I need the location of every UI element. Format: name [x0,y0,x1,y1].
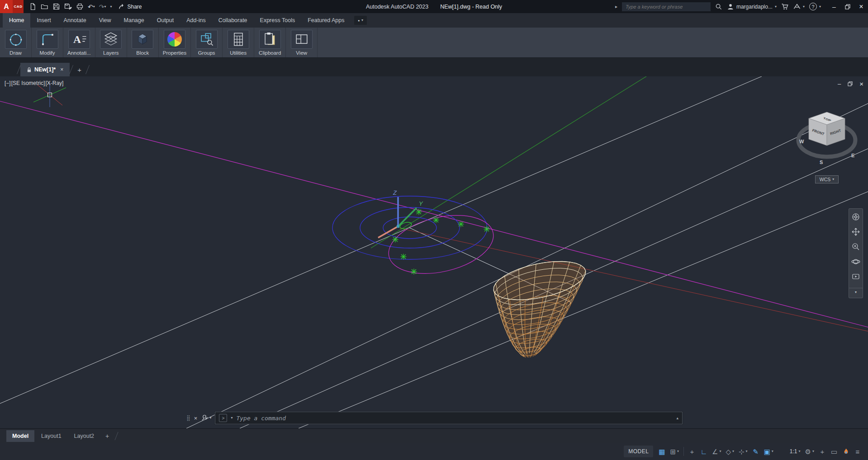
new-tab-button[interactable]: + [73,63,86,76]
new-file-button[interactable] [29,3,37,10]
model-space-indicator[interactable]: MODEL [624,446,653,457]
ribbon-tab-home[interactable]: Home [3,13,30,28]
compass-east-label[interactable]: E [851,153,854,158]
command-customize-button[interactable]: ▾ [201,414,211,422]
file-tab-start[interactable] [5,63,17,76]
search-input[interactable] [622,2,711,11]
open-file-button[interactable] [41,3,48,10]
ribbon-tab-addins[interactable]: Add-ins [180,13,212,28]
viewport-visual-style-control[interactable]: [X-Ray] [45,80,63,86]
workspace-switching-button[interactable]: ⚙ ▾ [803,446,816,457]
drawing-restore-button[interactable] [848,81,853,86]
ribbon-tab-manage[interactable]: Manage [118,13,151,28]
ortho-toggle[interactable]: ∟ [698,446,710,457]
restore-button[interactable] [841,0,854,13]
ribbon-tab-insert[interactable]: Insert [30,13,57,28]
command-input[interactable]: > ▾ Type a command ▴ [215,412,683,424]
viewport-menu-control[interactable]: [−] [5,80,11,86]
pan-icon[interactable] [851,227,860,236]
viewport-view-control[interactable]: [SE Isometric] [11,80,45,86]
app-store-cart-icon[interactable] [781,3,789,10]
snap-toggle[interactable]: ⊞ ▾ [668,446,681,457]
annotation-scale-button[interactable]: 1:1 ▾ [787,446,803,457]
osnap-marker-toggle[interactable]: ✎ [750,446,762,457]
ribbon-tab-featured-apps[interactable]: Featured Apps [301,13,351,28]
command-grip-icon[interactable]: ⣿ [186,415,190,421]
command-line-dock: ⣿ × ▾ > ▾ Type a command ▴ [186,411,683,425]
ribbon-panel-modify[interactable]: Modify [32,28,63,57]
isodraft-caret-icon[interactable]: ▾ [732,450,734,453]
layout-tab-layout2[interactable]: Layout2 [68,430,100,442]
application-menu-button[interactable]: A CAD [0,0,24,13]
plot-button[interactable] [76,3,84,10]
search-collapse-icon[interactable]: ▸ [615,5,617,9]
object-snap-tracking-toggle[interactable]: ⊹ ▾ [736,446,750,457]
ribbon-panel-block[interactable]: Block [127,28,159,57]
wcs-dropdown[interactable]: WCS ▾ [815,175,839,183]
undo-caret-icon[interactable]: ▾ [93,5,95,9]
polar-tracking-toggle[interactable]: ∠ ▾ [710,446,723,457]
ribbon-tab-collaborate[interactable]: Collaborate [212,13,254,28]
ribbon-panel-properties[interactable]: Properties [159,28,191,57]
otrack-caret-icon[interactable]: ▾ [746,450,748,453]
ribbon-panel-layers[interactable]: Layers [95,28,127,57]
ribbon-panel-utilities[interactable]: Utilities [223,28,254,57]
annotation-monitor-toggle[interactable]: + [816,446,828,457]
zoom-icon[interactable] [851,242,860,251]
ribbon-panel-groups[interactable]: Groups [191,28,223,57]
search-icon[interactable] [715,3,722,10]
ribbon-panel-view[interactable]: View [286,28,318,57]
command-history-icon[interactable]: ▴ [676,416,678,420]
infer-constraints-toggle[interactable]: + [686,446,698,457]
ribbon-tab-output[interactable]: Output [151,13,180,28]
drawing-minimize-button[interactable]: – [838,80,841,87]
drawing-canvas[interactable]: Z Y W S E TOP FRONT RIGHT [0,76,868,428]
autodesk-apps-button[interactable]: ▾ [793,3,805,10]
redo-caret-icon[interactable]: ▾ [104,5,106,9]
layout-tab-model[interactable]: Model [6,430,34,442]
osnap-caret-icon[interactable]: ▾ [772,450,773,453]
close-button[interactable]: × [854,0,868,13]
ribbon-panel-annotation[interactable]: A Annotati... [63,28,95,57]
new-layout-button[interactable]: + [101,430,114,442]
ribbon-tab-express-tools[interactable]: Express Tools [254,13,302,28]
navigation-wheel-icon[interactable] [851,212,860,221]
ribbon-panel-clipboard[interactable]: Clipboard [254,28,286,57]
save-button[interactable] [52,3,60,10]
quick-properties-toggle[interactable]: ▭ [828,446,840,457]
minimize-button[interactable]: – [827,0,841,13]
drawing-area[interactable]: Z Y W S E TOP FRONT RIGHT [−] [SE Isomet… [0,76,868,428]
command-close-icon[interactable]: × [194,415,198,422]
ribbon-tab-annotate[interactable]: Annotate [57,13,93,28]
object-snap-toggle[interactable]: ▣ ▾ [762,446,776,457]
undo-button[interactable]: ↶ ▾ [88,3,95,10]
compass-south-label[interactable]: S [820,160,823,165]
redo-button[interactable]: ↷ ▾ [99,3,106,10]
orbit-icon[interactable] [851,257,860,266]
tab-close-icon[interactable]: × [60,66,63,73]
polar-caret-icon[interactable]: ▾ [719,450,721,453]
graphics-performance-button[interactable] [840,446,852,457]
qat-customize-button[interactable]: ▾ [110,5,112,9]
annotation-scale-caret-icon[interactable]: ▾ [799,450,801,453]
save-as-button[interactable] [64,3,72,10]
ribbon-panel-draw[interactable]: Draw [0,28,32,57]
layout-tab-layout1[interactable]: Layout1 [35,430,67,442]
help-button[interactable]: ? ▾ [809,3,821,10]
ribbon-overflow-button[interactable]: ▪ ▾ [354,16,367,25]
share-button[interactable]: Share [119,3,142,10]
account-button[interactable]: margaridaplo... ▾ [727,3,777,10]
file-tab-active[interactable]: NEw[1]* × [20,63,70,76]
workspace-caret-icon[interactable]: ▾ [812,450,814,453]
ribbon-tab-view[interactable]: View [93,13,118,28]
viewcube[interactable]: W S E TOP FRONT RIGHT [798,112,855,165]
isometric-drafting-toggle[interactable]: ◇ ▾ [723,446,736,457]
clean-screen-button[interactable]: ≡ [852,446,863,457]
save-icon [52,3,60,10]
navbar-expand-icon[interactable]: ▾ [849,288,863,294]
snap-caret-icon[interactable]: ▾ [677,450,679,453]
grid-toggle[interactable]: ▦ [656,446,668,457]
compass-west-label[interactable]: W [799,139,804,144]
drawing-close-button[interactable]: × [859,80,863,88]
show-motion-icon[interactable] [851,272,860,281]
